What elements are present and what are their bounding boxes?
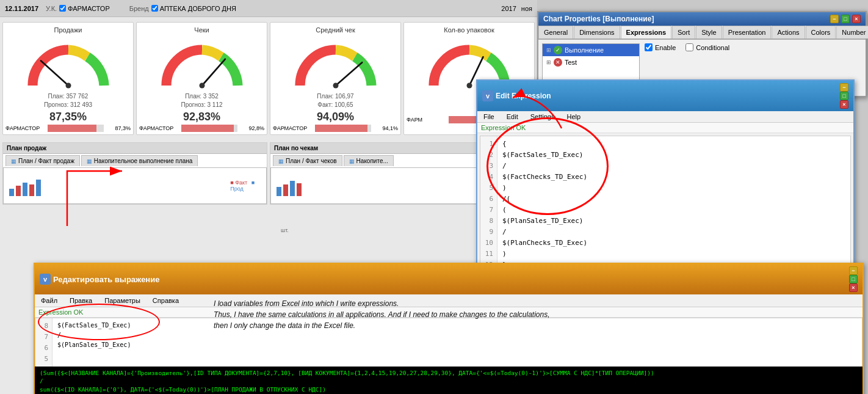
tab-nakopitelnoe[interactable]: ▦ Накопительное выполнение плана [81, 155, 198, 166]
tab-colors[interactable]: Colors [806, 26, 836, 38]
svg-point-7 [466, 83, 472, 89]
tab-presentation[interactable]: Presentation [723, 26, 772, 38]
code-editor-edit-expr[interactable]: 123456789101112 { $(FactSales_TD_Exec) /… [480, 136, 851, 270]
tab-expressions[interactable]: Expressions [621, 26, 671, 38]
expr-label-test: Test [565, 59, 577, 66]
russian-menu-edit[interactable]: Правка [63, 295, 98, 306]
restore-button-russian[interactable]: □ [849, 275, 858, 283]
gauge-prodazhi: Продажи План: 357 762 Прогноз: 312 493 8… [2, 22, 134, 135]
gauge-prodazhi-title: Продажи [5, 26, 131, 34]
tab-label-3: План / Факт чеков [286, 158, 337, 164]
svg-rect-13 [277, 187, 281, 196]
menu-help[interactable]: Help [560, 111, 587, 122]
gauge-sredniy-arc [287, 36, 385, 91]
expand-icon-test: ⊞ [546, 59, 551, 65]
svg-point-1 [65, 83, 71, 89]
minimize-button-edit-expr[interactable]: − [840, 83, 848, 92]
plan-prodazh-title: План продаж [3, 143, 267, 154]
plan-chart-area: ■ Факт ■ Прод [3, 167, 267, 204]
russian-titlebar: v Редактировать выражение − □ × [35, 264, 863, 294]
restore-button-edit-expr[interactable]: □ [840, 92, 848, 100]
edit-expr-status: Expression OK [477, 123, 853, 133]
gauge-sredniy-title: Средний чек [273, 26, 398, 34]
annotation-line3: then I only change the data in the Excel… [214, 321, 355, 330]
gauge-cheki-title: Чеки [139, 26, 264, 34]
menu-edit[interactable]: Edit [501, 111, 524, 122]
year-label: 2017 [501, 5, 516, 12]
tab-icon-3: ▦ [278, 158, 284, 164]
tab-plan-fakt-cheki[interactable]: ▦ План / Факт чеков [273, 155, 342, 166]
gauge-prodazhi-percent: 87,35% [5, 111, 131, 123]
enable-row: Enable Conditional [645, 43, 862, 51]
code-content[interactable]: { $(FactSales_TD_Exec) / $(FactChecks_TD… [497, 136, 850, 269]
tab-actions[interactable]: Actions [772, 26, 805, 38]
dashboard-header: 12.11.2017 У.К. ФАРМАСТОР Бренд АПТЕКА Д… [0, 0, 537, 17]
edit-expr-titlebar: v Edit Expression − □ × [477, 81, 853, 111]
tab-style[interactable]: Style [696, 26, 722, 38]
tab-icon-4: ▦ [349, 158, 355, 164]
russian-title-container: v Редактировать выражение [40, 274, 159, 285]
svg-rect-15 [290, 181, 295, 196]
close-button-chart-props[interactable]: × [852, 15, 861, 23]
farmator-checkbox-item[interactable]: ФАРМАСТОР [59, 5, 110, 12]
close-button-edit-expr[interactable]: × [840, 100, 848, 109]
enable-label[interactable]: Enable [645, 43, 676, 51]
apteka-checkbox-item[interactable]: АПТЕКА ДОБРОГО ДНЯ [151, 5, 236, 12]
gauge-sredniy-bar: ФАРМАСТОР 94,1% [273, 125, 398, 132]
tab-label-1: План / Факт продаж [18, 158, 74, 164]
win-controls-chart-props: − □ × [830, 15, 861, 23]
chart-props-titlebar: Chart Properties [Выполнение] − □ × [538, 12, 866, 26]
menu-settings[interactable]: Settings [524, 111, 561, 122]
expr-icon-red: ✕ [554, 58, 562, 67]
conditional-checkbox[interactable] [685, 43, 693, 51]
expr-item-vypolnenie[interactable]: ⊞ ✓ Выполнение [543, 44, 639, 56]
tab-label-4: Накопите... [356, 158, 388, 164]
farmator-label: ФАРМАСТОР [68, 5, 110, 12]
bar-bg-prodazhi [48, 125, 104, 132]
edit-expression-window: v Edit Expression − □ × File Edit Settin… [476, 79, 855, 274]
russian-menu-file[interactable]: Файл [35, 295, 63, 306]
gauge-prodazhi-arc [20, 36, 117, 91]
bar-bg-sredniy [315, 125, 371, 132]
bar-fill-sredniy [315, 125, 367, 132]
enable-checkbox[interactable] [645, 43, 653, 51]
tab-dimensions[interactable]: Dimensions [574, 26, 620, 38]
menu-file[interactable]: File [477, 111, 501, 122]
farmator-checkbox[interactable] [59, 5, 66, 12]
expr-icon-green: ✓ [554, 46, 562, 54]
minimize-button-chart-props[interactable]: − [830, 15, 839, 23]
russian-menu-params[interactable]: Параметры [98, 295, 146, 306]
expr-item-test[interactable]: ⊞ ✕ Test [543, 56, 639, 68]
tab-sort[interactable]: Sort [672, 26, 695, 38]
line-numbers: 123456789101112 [480, 136, 497, 269]
apteka-checkbox[interactable] [151, 5, 158, 12]
dashboard-date: 12.11.2017 [5, 5, 38, 12]
russian-menu-help[interactable]: Справка [146, 295, 185, 306]
conditional-label[interactable]: Conditional [685, 43, 729, 51]
svg-rect-12 [36, 180, 41, 196]
minimize-button-russian[interactable]: − [849, 266, 858, 275]
close-button-russian[interactable]: × [849, 283, 858, 292]
edit-expr-title-container: v Edit Expression [482, 90, 551, 101]
tab-icon-1: ▦ [11, 158, 16, 164]
gauge-sredniy-chek: Средний чек План: 106,97 Факт: 100,65 94… [270, 22, 401, 135]
svg-line-4 [336, 62, 362, 86]
tab-number[interactable]: Number [836, 26, 868, 38]
gauge-cheki-bar: ФАРМАСТОР 92,8% [139, 125, 264, 132]
tab-label-2: Накопительное выполнение плана [94, 158, 193, 164]
apteka-label: АПТЕКА ДОБРОГО ДНЯ [160, 5, 236, 12]
gauge-cheki-percent: 92,83% [139, 111, 264, 123]
tab-nakopite[interactable]: ▦ Накопите... [344, 155, 394, 166]
plan-section: План продаж ▦ План / Факт продаж ▦ Накоп… [0, 142, 537, 205]
chart-props-tabs-bar: General Dimensions Expressions Sort Styl… [538, 26, 866, 40]
long-formula: (Sum({$<[НАЗВАНИЕ КАНАЛА]={'Производител… [35, 367, 863, 394]
tab-plan-fakt-prodazh[interactable]: ▦ План / Факт продаж [5, 155, 80, 166]
bar-fill-cheki [181, 125, 234, 132]
svg-rect-14 [283, 184, 288, 196]
gauge-cheki-info: План: 3 352 Прогноз: 3 112 [139, 92, 264, 109]
svg-line-0 [41, 61, 68, 86]
restore-button-chart-props[interactable]: □ [841, 15, 850, 23]
edit-expr-title: Edit Expression [496, 92, 551, 100]
tab-general[interactable]: General [538, 26, 573, 38]
gauge-cheki: Чеки План: 3 352 Прогноз: 3 112 92,83% Ф… [136, 22, 267, 135]
